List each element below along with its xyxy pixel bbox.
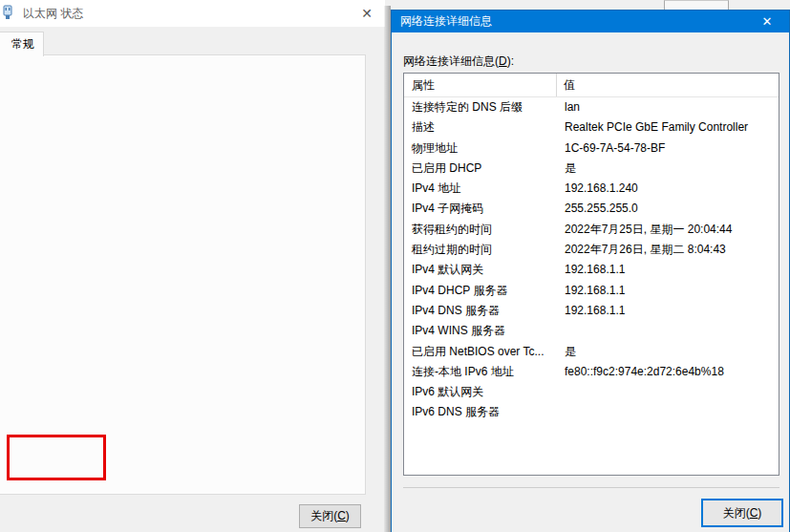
details-close-button[interactable]: 关闭(C)	[701, 499, 783, 527]
window-title: 网络连接详细信息	[400, 13, 492, 30]
property-cell: IPv6 DNS 服务器	[404, 402, 558, 422]
table-row[interactable]: IPv4 子网掩码255.255.255.0	[404, 199, 779, 219]
background-window-fragment	[664, 0, 729, 10]
ethernet-title-bar: 以太网 状态 ✕	[0, 0, 385, 27]
general-tab-page	[0, 54, 366, 495]
property-cell: 已启用 DHCP	[404, 159, 558, 179]
ethernet-close-button[interactable]: 关闭(C)	[299, 504, 361, 528]
dialog-drop-shadow	[384, 6, 391, 532]
property-column-header[interactable]: 属性	[404, 74, 557, 96]
value-cell: 2022年7月26日, 星期二 8:04:43	[558, 240, 726, 260]
details-list-label: 网络连接详细信息(D):	[403, 53, 514, 70]
table-rows: 连接特定的 DNS 后缀lan描述Realtek PCIe GbE Family…	[404, 97, 779, 423]
value-cell	[558, 402, 565, 422]
table-row[interactable]: 连接-本地 IPv6 地址fe80::f9c2:974e:2d72:6e4b%1…	[404, 362, 779, 382]
property-cell: 已启用 NetBIOS over Tc...	[404, 342, 558, 362]
table-row[interactable]: 连接特定的 DNS 后缀lan	[404, 97, 779, 117]
value-cell: 192.168.1.1	[558, 281, 625, 301]
property-cell: IPv4 子网掩码	[404, 199, 558, 219]
property-cell: 连接-本地 IPv6 地址	[404, 362, 558, 382]
value-cell: 是	[558, 342, 576, 362]
table-row[interactable]: 已启用 DHCP是	[404, 159, 779, 179]
property-cell: IPv4 默认网关	[404, 260, 558, 280]
table-row[interactable]: IPv4 WINS 服务器	[404, 321, 779, 341]
table-row[interactable]: 物理地址1C-69-7A-54-78-BF	[404, 138, 779, 159]
ethernet-status-dialog: 以太网 状态 ✕ 常规 连接 IPv4 连接:InternetIPv6 连接:无…	[0, 0, 385, 532]
value-cell: 2022年7月25日, 星期一 20:04:44	[558, 220, 732, 240]
property-cell: IPv6 默认网关	[404, 382, 558, 402]
value-cell	[558, 382, 565, 402]
details-title-bar: 网络连接详细信息 ✕	[392, 11, 789, 32]
ethernet-close-button-label: 关闭(C)	[310, 508, 350, 524]
value-cell: 是	[558, 159, 576, 179]
value-cell: lan	[558, 97, 580, 117]
table-row[interactable]: 描述Realtek PCIe GbE Family Controller	[404, 117, 779, 138]
close-icon[interactable]: ✕	[356, 4, 377, 23]
bottom-separator	[403, 487, 779, 488]
network-details-dialog: 网络连接详细信息 ✕ 网络连接详细信息(D): 属性 值 连接特定的 DNS 后…	[391, 10, 790, 532]
table-row[interactable]: 获得租约的时间2022年7月25日, 星期一 20:04:44	[404, 220, 779, 240]
table-row[interactable]: IPv4 DHCP 服务器192.168.1.1	[404, 281, 779, 301]
window-title: 以太网 状态	[23, 6, 83, 22]
property-cell: 获得租约的时间	[404, 220, 558, 240]
table-row[interactable]: 已启用 NetBIOS over Tc...是	[404, 342, 779, 362]
table-row[interactable]: IPv4 地址192.168.1.240	[404, 179, 779, 199]
tab-general[interactable]: 常规	[0, 32, 44, 56]
property-cell: IPv4 WINS 服务器	[404, 321, 558, 341]
annotation-highlight-rectangle	[7, 435, 106, 480]
details-close-button-label: 关闭(C)	[723, 505, 762, 521]
table-row[interactable]: IPv4 默认网关192.168.1.1	[404, 260, 779, 280]
value-cell: fe80::f9c2:974e:2d72:6e4b%18	[558, 362, 724, 382]
value-cell: 192.168.1.240	[558, 179, 638, 199]
table-row[interactable]: IPv6 默认网关	[404, 382, 779, 402]
table-row[interactable]: 租约过期的时间2022年7月26日, 星期二 8:04:43	[404, 240, 779, 260]
value-column-header[interactable]: 值	[557, 77, 575, 94]
property-cell: 租约过期的时间	[404, 240, 558, 260]
table-header-row: 属性 值	[404, 74, 779, 97]
property-cell: IPv4 地址	[404, 179, 558, 199]
close-icon[interactable]: ✕	[751, 11, 783, 32]
value-cell: Realtek PCIe GbE Family Controller	[558, 117, 748, 138]
value-cell	[558, 321, 565, 341]
property-cell: IPv4 DNS 服务器	[404, 301, 558, 321]
value-cell: 192.168.1.1	[558, 301, 625, 321]
property-cell: 物理地址	[404, 138, 558, 159]
property-cell: 描述	[404, 117, 558, 138]
value-cell: 255.255.255.0	[558, 199, 638, 219]
table-row[interactable]: IPv4 DNS 服务器192.168.1.1	[404, 301, 779, 321]
details-table[interactable]: 属性 值 连接特定的 DNS 后缀lan描述Realtek PCIe GbE F…	[403, 73, 779, 476]
property-cell: IPv4 DHCP 服务器	[404, 281, 558, 301]
value-cell: 1C-69-7A-54-78-BF	[558, 138, 665, 159]
table-row[interactable]: IPv6 DNS 服务器	[404, 402, 779, 422]
value-cell: 192.168.1.1	[558, 260, 625, 280]
ethernet-adapter-icon	[1, 5, 14, 23]
property-cell: 连接特定的 DNS 后缀	[404, 97, 558, 117]
